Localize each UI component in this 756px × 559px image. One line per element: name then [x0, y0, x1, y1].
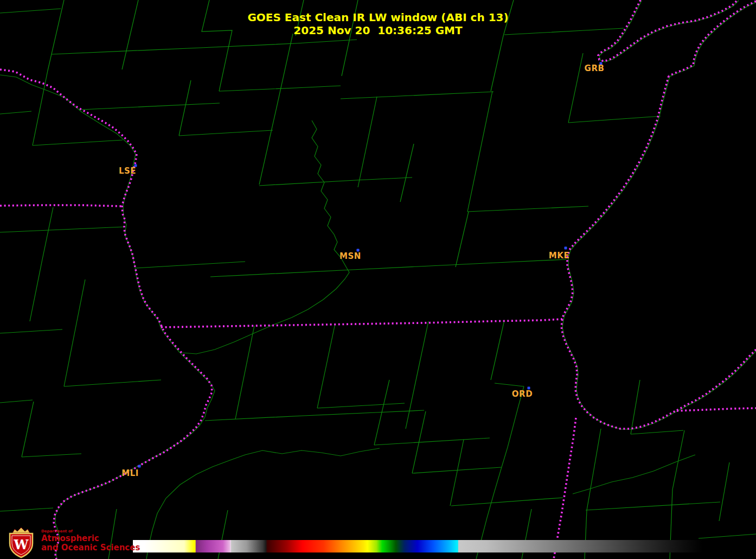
image-title: GOES East Clean IR LW window (ABI ch 13) [0, 11, 756, 24]
river-line [476, 386, 524, 559]
county-boundary-line [491, 320, 504, 380]
svg-text:W: W [14, 537, 29, 552]
uw-aos-logo: W Department of Atmospheric and Oceanic … [5, 526, 190, 559]
county-boundary-line [406, 321, 428, 429]
city-label-MKE: MKE [527, 251, 592, 261]
county-boundary-line [451, 498, 563, 506]
county-boundary-line [585, 429, 601, 559]
county-boundary-line [179, 130, 273, 136]
river-line [55, 329, 215, 559]
lake-shoreline-green [678, 350, 756, 411]
image-timestamp: 2025 Nov 20 10:36:25 GMT [0, 24, 756, 37]
county-boundary-line [0, 111, 31, 114]
county-boundary-line [467, 91, 492, 212]
county-boundary-line [30, 207, 53, 321]
county-boundary-line [22, 402, 34, 457]
county-boundary-line [467, 206, 588, 212]
county-boundary-line [456, 212, 469, 267]
county-boundary-line [568, 116, 661, 123]
county-boundary-line [0, 329, 62, 333]
county-boundary-line [317, 323, 335, 408]
county-boundary-line [179, 80, 191, 136]
county-boundary-line [631, 430, 683, 434]
river-line [0, 75, 161, 329]
ir-temperature-colorbar [133, 540, 702, 552]
county-boundary-line [136, 262, 245, 268]
county-boundary-line [374, 438, 490, 445]
county-boundary-line [412, 467, 501, 473]
city-label-LSE: LSE [95, 166, 160, 176]
city-label-ORD: ORD [490, 389, 555, 399]
county-boundary-line [0, 508, 53, 511]
city-label-GRB: GRB [562, 63, 627, 73]
state-boundary-dotted [0, 69, 161, 325]
county-boundary-line [317, 403, 405, 408]
county-boundary-line [259, 177, 412, 186]
county-boundary-line [64, 380, 161, 386]
county-boundary-line [631, 380, 640, 434]
county-boundary-line [0, 227, 124, 232]
county-boundary-line [22, 454, 81, 457]
state-boundary-dotted [677, 350, 756, 410]
county-boundary-line [52, 40, 357, 54]
county-boundary-line [0, 400, 33, 403]
county-boundary-line [495, 383, 524, 386]
county-boundary-line [450, 440, 464, 506]
river-line [573, 455, 695, 494]
city-dot-MKE [565, 247, 567, 250]
county-boundary-line [33, 140, 123, 145]
logo-dept-line: Department of [41, 530, 140, 533]
state-boundary-dotted [54, 325, 212, 559]
county-boundary-line [235, 326, 254, 419]
city-label-MSN: MSN [318, 251, 383, 261]
city-dot-MLI [138, 465, 141, 468]
goes-ir-satellite-image: GOES East Clean IR LW window (ABI ch 13)… [0, 0, 756, 559]
county-boundary-line [586, 502, 720, 510]
state-boundary-dotted [0, 205, 122, 206]
county-boundary-line [205, 410, 424, 421]
city-label-MLI: MLI [98, 468, 163, 478]
county-boundary-line [259, 34, 293, 185]
county-boundary-line [64, 280, 85, 386]
county-boundary-line [81, 103, 220, 110]
uw-crest-icon: W [5, 526, 37, 559]
logo-name-line1: Atmospheric [41, 535, 140, 543]
county-boundary-line [719, 462, 729, 521]
state-boundary-dotted [161, 319, 562, 327]
logo-name-line2: and Oceanic Sciences [41, 544, 140, 552]
county-boundary-line [219, 86, 341, 91]
state-boundary-dotted [677, 408, 756, 411]
county-boundary-line [400, 144, 414, 202]
county-boundary-line [210, 259, 566, 277]
county-boundary-line [341, 92, 494, 99]
county-boundary-line [699, 534, 756, 538]
county-boundary-line [358, 97, 377, 187]
state-boundary-dotted [554, 418, 576, 559]
